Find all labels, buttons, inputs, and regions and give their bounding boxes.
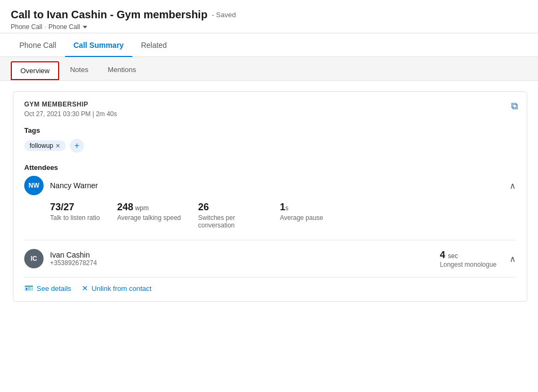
stat-number-talking-speed: 248 (117, 202, 133, 212)
see-details-button[interactable]: 🪪 See details (24, 284, 71, 293)
attendee-phone-ic: +353892678274 (50, 259, 97, 267)
footer-actions: 🪪 See details ✕ Unlink from contact (24, 277, 516, 293)
tag-chip-followup[interactable]: followup ✕ (24, 140, 66, 151)
attendee-nancy-warner: NW Nancy Warner ∧ 73/27 Talk to listen r… (24, 176, 516, 229)
tags-label: Tags (24, 126, 516, 134)
saved-badge: - Saved (212, 11, 236, 19)
stat-label-pause: Average pause (280, 214, 323, 222)
stat-value-switches: 26 (198, 202, 263, 213)
call-meta: Oct 27, 2021 03:30 PM | 2m 40s (24, 110, 516, 118)
add-tag-button[interactable]: + (70, 139, 84, 153)
page-header: Call to Ivan Cashin - Gym membership - S… (0, 0, 538, 33)
subtab-mentions[interactable]: Mentions (99, 61, 145, 80)
breadcrumb-separator: · (45, 23, 46, 31)
content-area: ⧉ GYM MEMBERSHIP Oct 27, 2021 03:30 PM |… (0, 81, 538, 312)
tag-remove-icon[interactable]: ✕ (55, 142, 60, 149)
title-text: Call to Ivan Cashin - Gym membership (11, 9, 208, 21)
tags-row: followup ✕ + (24, 139, 516, 153)
collapse-icon-ic[interactable]: ∧ (509, 254, 516, 264)
sub-tabs: Overview Notes Mentions (0, 57, 538, 81)
attendees-label: Attendees (24, 163, 516, 172)
tab-call-summary[interactable]: Call Summary (65, 33, 132, 57)
stat-unit-wpm: wpm (133, 204, 149, 212)
stat-number-pause: 1 (280, 202, 285, 212)
stat-pause: 1s Average pause (280, 202, 323, 229)
subtab-overview[interactable]: Overview (11, 61, 59, 80)
unlink-icon: ✕ (82, 284, 88, 293)
tag-text: followup (30, 142, 53, 149)
copy-icon[interactable]: ⧉ (511, 101, 518, 112)
collapse-icon-nw[interactable]: ∧ (509, 181, 516, 191)
breadcrumb-phone-call-1[interactable]: Phone Call (11, 23, 43, 31)
stat-switches: 26 Switches per conversation (198, 202, 263, 229)
call-title: GYM MEMBERSHIP (24, 101, 516, 108)
breadcrumb-item2-text: Phone Call (48, 23, 80, 31)
unlink-label: Unlink from contact (91, 284, 151, 293)
unlink-contact-button[interactable]: ✕ Unlink from contact (82, 284, 151, 293)
monologue-unit: sec (448, 252, 458, 260)
breadcrumb: Phone Call · Phone Call (11, 23, 527, 31)
monologue-value: 4 sec (440, 250, 458, 261)
chevron-down-icon (83, 26, 87, 28)
stat-unit-s: s (285, 204, 288, 212)
attendees-section: Attendees NW Nancy Warner ∧ 73/27 Talk t… (24, 163, 516, 268)
tab-phone-call[interactable]: Phone Call (11, 33, 65, 57)
avatar-ic: IC (24, 249, 44, 268)
attendee-header-nw: NW Nancy Warner ∧ (24, 176, 516, 195)
call-card: ⧉ GYM MEMBERSHIP Oct 27, 2021 03:30 PM |… (13, 91, 527, 302)
stat-talk-listen: 73/27 Talk to listen ratio (50, 202, 100, 229)
stat-value-talking-speed: 248 wpm (117, 202, 181, 213)
see-details-label: See details (37, 284, 71, 293)
attendee-left-nw: NW Nancy Warner (24, 176, 98, 195)
subtab-notes[interactable]: Notes (61, 61, 97, 80)
stat-label-switches: Switches per conversation (198, 214, 263, 229)
avatar-nw: NW (24, 176, 44, 195)
attendee-name-ic: Ivan Cashin (50, 251, 97, 259)
page-title: Call to Ivan Cashin - Gym membership - S… (11, 9, 527, 21)
see-details-icon: 🪪 (24, 284, 33, 293)
attendee-ivan-cashin: IC Ivan Cashin +353892678274 4 sec Longe… (24, 240, 516, 268)
monologue-label: Longest monologue (440, 261, 497, 268)
stat-value-talk-listen: 73/27 (50, 202, 100, 213)
tab-related[interactable]: Related (132, 33, 175, 57)
ivan-info: Ivan Cashin +353892678274 (50, 251, 97, 267)
attendee-left-ic: IC Ivan Cashin +353892678274 (24, 249, 97, 268)
stats-row-nw: 73/27 Talk to listen ratio 248 wpm Avera… (50, 202, 516, 229)
breadcrumb-phone-call-2[interactable]: Phone Call (48, 23, 87, 31)
stat-label-talking-speed: Average talking speed (117, 214, 181, 222)
monologue-number: 4 (440, 250, 445, 260)
attendee-name-nw: Nancy Warner (50, 181, 98, 190)
stat-value-pause: 1s (280, 202, 323, 213)
main-tabs: Phone Call Call Summary Related (0, 33, 538, 57)
stat-talking-speed: 248 wpm Average talking speed (117, 202, 181, 229)
stat-label-talk-listen: Talk to listen ratio (50, 214, 100, 222)
ivan-monologue: 4 sec Longest monologue (440, 250, 497, 268)
